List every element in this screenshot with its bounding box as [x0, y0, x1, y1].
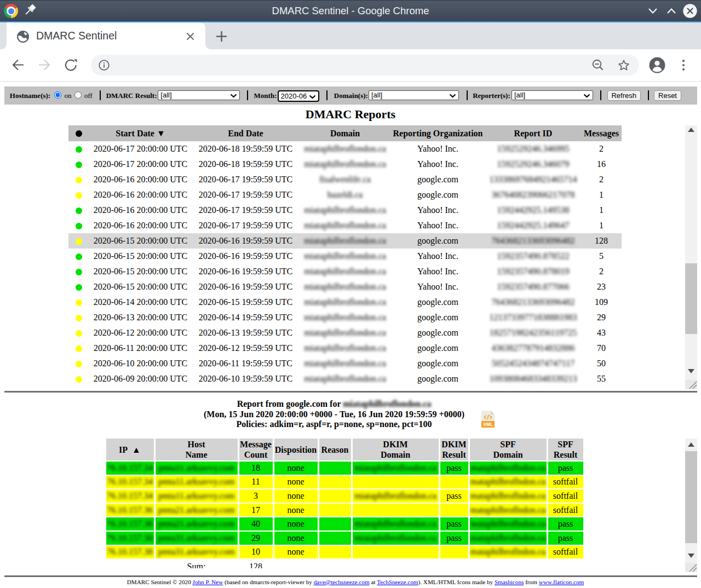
svg-text:XML: XML [483, 422, 493, 427]
